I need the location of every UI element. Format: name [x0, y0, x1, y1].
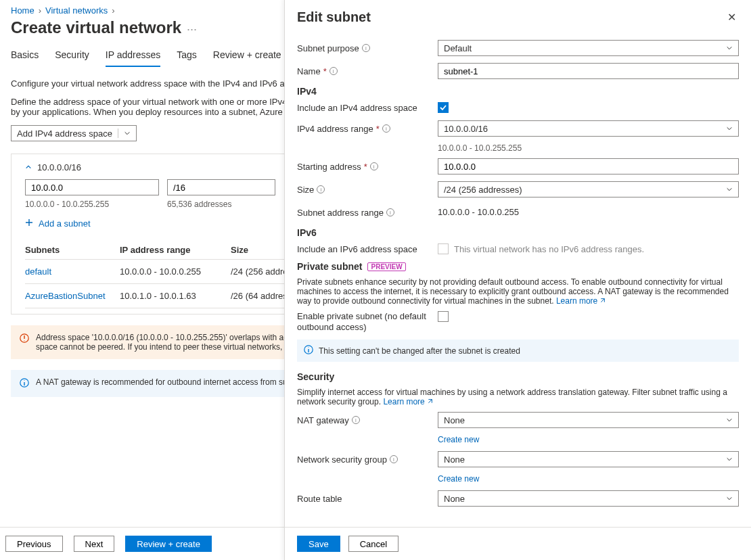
subnet-address-range-value: 10.0.0.0 - 10.0.0.255 [438, 204, 739, 220]
subnet-link-bastion[interactable]: AzureBastionSubnet [25, 291, 120, 301]
info-icon[interactable]: i [329, 67, 338, 75]
tab-ip-addresses[interactable]: IP addresses [106, 47, 160, 67]
ipv4-section-header: IPv4 [297, 86, 739, 97]
info-icon[interactable]: i [362, 44, 370, 52]
subnet-link-default[interactable]: default [25, 266, 120, 277]
next-button[interactable]: Next [74, 536, 115, 552]
tab-review-create[interactable]: Review + create [213, 47, 281, 67]
chevron-down-icon [124, 129, 131, 139]
review-create-button[interactable]: Review + create [125, 536, 212, 552]
info-icon[interactable]: i [382, 124, 390, 133]
ipv6-disabled-note: This virtual network has no IPv6 address… [454, 244, 644, 254]
chevron-down-icon [726, 415, 733, 425]
subnet-purpose-select[interactable]: Default [438, 40, 739, 56]
size-select[interactable]: /24 (256 addresses) [438, 181, 739, 197]
address-space-prefix-input[interactable] [167, 179, 275, 195]
add-ipv4-address-space-dropdown[interactable]: Add IPv4 address space [11, 125, 137, 141]
col-header-range: IP address range [120, 245, 231, 255]
private-subnet-section-header: Private subnetPREVIEW [297, 261, 739, 272]
panel-title: Edit subnet [297, 9, 371, 25]
breadcrumb-vnets[interactable]: Virtual networks [45, 5, 108, 16]
ipv4-range-meta: 10.0.0.0 - 10.0.255.255 [438, 143, 739, 153]
address-space-count-meta: 65,536 addresses [167, 200, 231, 209]
chevron-up-icon [25, 162, 32, 172]
info-icon[interactable]: i [352, 416, 360, 424]
private-subnet-description: Private subnets enhance security by not … [297, 277, 739, 306]
external-link-icon [597, 296, 606, 306]
more-icon[interactable]: ··· [187, 22, 197, 36]
subnet-name-input[interactable] [438, 63, 739, 79]
save-button[interactable]: Save [297, 536, 340, 552]
tab-tags[interactable]: Tags [177, 47, 197, 67]
info-icon[interactable]: i [390, 455, 398, 463]
info-icon[interactable]: i [317, 185, 325, 193]
page-title: Create virtual network [11, 18, 181, 37]
learn-more-link[interactable]: Learn more [383, 397, 432, 406]
info-icon [20, 377, 29, 390]
panel-footer: Save Cancel [285, 527, 751, 560]
info-icon[interactable]: i [370, 162, 378, 170]
chevron-down-icon [726, 124, 733, 134]
create-new-nat-link[interactable]: Create new [438, 435, 739, 444]
enable-private-subnet-checkbox[interactable] [438, 311, 449, 322]
ipv6-section-header: IPv6 [297, 227, 739, 238]
starting-address-input[interactable] [438, 158, 739, 174]
security-section-header: Security [297, 371, 739, 382]
external-link-icon [425, 397, 433, 406]
chevron-down-icon [726, 43, 733, 53]
chevron-down-icon [726, 494, 733, 504]
route-table-select[interactable]: None [438, 490, 739, 507]
address-space-ip-input[interactable] [25, 179, 159, 195]
col-header-name: Subnets [25, 245, 120, 255]
include-ipv6-checkbox [438, 243, 449, 254]
edit-subnet-panel: Edit subnet ✕ Subnet purposei Default Na… [284, 0, 751, 560]
tab-security[interactable]: Security [55, 47, 89, 67]
info-icon [304, 345, 313, 356]
breadcrumb-home[interactable]: Home [11, 5, 35, 16]
learn-more-link[interactable]: Learn more [556, 296, 606, 306]
warning-icon [20, 333, 29, 345]
previous-button[interactable]: Previous [5, 536, 63, 552]
nsg-select[interactable]: None [438, 451, 739, 467]
cancel-button[interactable]: Cancel [348, 536, 399, 552]
ipv4-range-select[interactable]: 10.0.0.0/16 [438, 120, 739, 137]
chevron-down-icon [726, 185, 733, 195]
info-icon[interactable]: i [386, 208, 394, 216]
chevron-down-icon [726, 454, 733, 465]
plus-icon [25, 218, 33, 229]
tab-basics[interactable]: Basics [11, 47, 39, 67]
preview-tag: PREVIEW [367, 262, 405, 271]
private-subnet-note-banner: This setting can't be changed after the … [297, 340, 739, 362]
include-ipv4-checkbox[interactable] [438, 102, 449, 113]
create-new-nsg-link[interactable]: Create new [438, 474, 739, 484]
security-description: Simplify internet access for virtual mac… [297, 388, 739, 406]
address-space-range-meta: 10.0.0.0 - 10.0.255.255 [25, 200, 167, 209]
nat-gateway-select[interactable]: None [438, 412, 739, 428]
close-icon[interactable]: ✕ [725, 8, 739, 26]
